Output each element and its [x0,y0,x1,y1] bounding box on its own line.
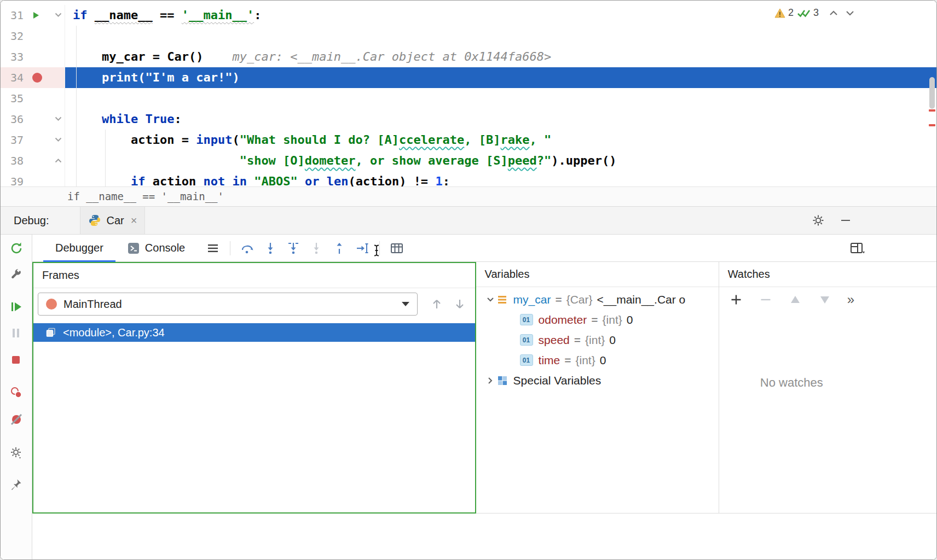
gutter-33[interactable]: 33 [1,46,65,67]
move-watch-up-icon[interactable] [788,293,802,307]
code-line-39[interactable]: 39 if action not in "ABOS" or len(action… [1,171,936,186]
code-line-36[interactable]: 36 while True: [1,109,936,130]
error-stripe-mark[interactable] [929,124,935,126]
code-text [65,88,936,109]
fold-down-icon[interactable] [55,116,62,121]
rerun-icon[interactable] [9,241,24,255]
chevron-right-icon[interactable] [484,377,497,384]
breadcrumb-context[interactable]: if __name__ == '__main__' [67,190,224,202]
line-number: 33 [1,46,24,67]
layout-settings-icon[interactable] [850,241,865,255]
fold-up-icon[interactable] [55,158,62,163]
hide-icon[interactable] [841,220,850,221]
code-segment [298,174,305,186]
watches-panel[interactable]: Watches » No wa [719,262,936,514]
close-icon[interactable]: × [131,214,137,227]
code-segment: ) [232,71,239,84]
fold-down-icon[interactable] [55,13,62,18]
variable-type: {int} [603,313,622,326]
frames-panel[interactable]: Frames MainThread [32,262,476,514]
gutter-38[interactable]: 38 [1,150,65,171]
code-segment: action = [73,133,196,147]
error-stripe-mark[interactable] [929,109,935,112]
code-segment: "What should I do? [A] [240,133,399,147]
code-segment: , " [530,133,552,147]
code-line-35[interactable]: 35 [1,88,936,109]
debug-toolwindow: Debugger Console [1,235,936,559]
view-breakpoints-icon[interactable] [9,386,24,400]
step-into-my-code-icon[interactable] [282,237,305,260]
pin-icon[interactable] [9,478,24,492]
mute-breakpoints-icon[interactable] [9,412,24,427]
view-as-table-icon[interactable] [385,237,408,260]
more-tabs-menu-icon[interactable] [201,237,224,260]
variable-row-odometer[interactable]: 01 odometer = {int} 0 [476,310,719,330]
run-icon[interactable] [32,11,39,19]
ok-group[interactable]: 3 [797,7,819,19]
gutter-35[interactable]: 35 [1,88,65,109]
editor-scrollbar[interactable] [929,77,935,109]
tab-console[interactable]: Console [115,235,197,261]
step-into-icon[interactable] [259,237,282,260]
stop-icon[interactable] [9,353,24,368]
code-segment: "show [O] [240,154,305,167]
code-line-32[interactable]: 32 [1,26,936,46]
gutter-36[interactable]: 36 [1,109,65,130]
variable-row-time[interactable]: 01 time = {int} 0 [476,350,719,370]
prev-problem-icon[interactable] [829,10,838,16]
debugger-settings-gear-icon[interactable] [9,446,24,460]
code-segment: while [102,112,138,126]
add-watch-icon[interactable] [729,293,743,307]
resume-icon[interactable] [9,300,24,314]
variable-value: 0 [600,354,606,367]
line-number: 35 [1,88,24,109]
settings-gear-icon[interactable] [812,214,825,227]
gutter-37[interactable]: 37 [1,130,65,150]
gutter-32[interactable]: 32 [1,26,65,46]
frame-label: <module>, Car.py:34 [63,326,165,339]
warnings-group[interactable]: 2 [774,7,794,19]
next-problem-icon[interactable] [846,10,854,16]
inspections-widget[interactable]: 2 3 [774,7,854,19]
thread-selector[interactable]: MainThread [38,293,418,316]
variable-row-my-car[interactable]: my_car = {Car} <__main__.Car o [476,289,719,310]
step-out-icon[interactable] [328,237,351,260]
remove-watch-icon[interactable] [759,293,773,307]
code-segment: ?" [537,154,552,167]
fold-down-icon[interactable] [55,137,62,142]
code-editor[interactable]: 31 if __name__ == '__main__': 32 33 my_c… [1,1,936,186]
code-line-33[interactable]: 33 my_car = Car() my_car: <__main__.Car … [1,46,936,67]
debug-session-tab-car[interactable]: Car × [80,207,146,234]
chevron-down-icon[interactable] [484,297,497,302]
code-line-38[interactable]: 38 "show [O]dometer, or show average [S]… [1,150,936,171]
code-line-34-current[interactable]: 34 print("I'm a car!") [1,67,936,88]
variable-row-speed[interactable]: 01 speed = {int} 0 [476,330,719,350]
special-variables-row[interactable]: Special Variables [476,370,719,390]
gutter-31[interactable]: 31 [1,5,65,26]
code-segment: : [254,8,261,22]
variables-panel[interactable]: Variables my_car = {Car} <__main__.Car o [476,262,719,514]
code-segment: or [305,174,320,186]
tab-debugger[interactable]: Debugger [43,235,115,261]
breadcrumb[interactable]: if __name__ == '__main__' [1,186,936,206]
step-over-icon[interactable] [236,237,259,260]
thread-name: MainThread [63,298,122,311]
code-segment [73,112,102,126]
stack-frame-row-selected[interactable]: <module>, Car.py:34 [33,323,475,342]
next-frame-icon[interactable] [450,295,469,313]
pause-icon[interactable] [9,326,24,341]
code-line-37[interactable]: 37 action = input("What should I do? [A]… [1,130,936,150]
more-actions-icon[interactable]: » [847,293,854,306]
force-step-into-icon[interactable] [305,237,328,260]
run-to-cursor-icon[interactable] [351,237,374,260]
previous-frame-icon[interactable] [427,295,446,313]
code-segment: my_car: <__main__.Car object at 0x1144fa… [203,50,551,63]
gutter-34[interactable]: 34 [1,67,65,88]
no-watches-message: No watches [719,376,864,390]
wrench-icon[interactable] [9,268,24,282]
debugger-panels: Frames MainThread [32,262,936,514]
code-text: my_car = Car() my_car: <__main__.Car obj… [65,46,936,67]
move-watch-down-icon[interactable] [818,293,832,307]
gutter-39[interactable]: 39 [1,171,65,186]
breakpoint-icon[interactable] [32,73,42,83]
